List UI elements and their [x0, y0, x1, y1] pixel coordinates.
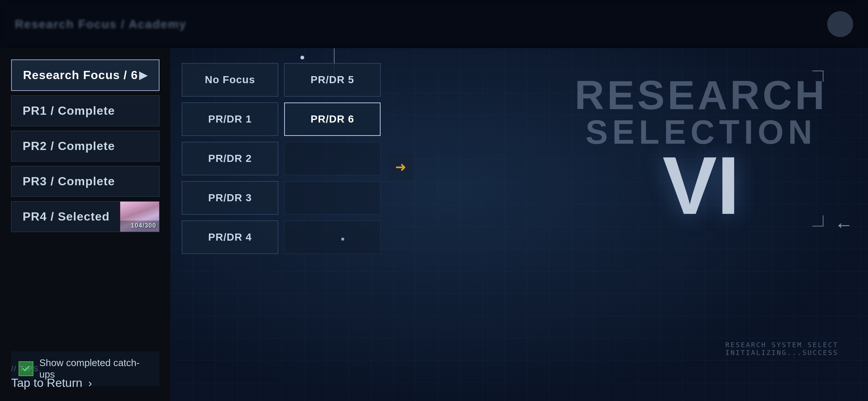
research-title-area: RESEARCH SELECTION VI [542, 56, 861, 241]
top-bar-title: Research Focus / Academy [15, 17, 187, 31]
select-prdr5[interactable]: PR/DR 5 [284, 63, 381, 97]
select-empty1 [284, 142, 381, 175]
menu-item-research-focus[interactable]: Research Focus / 6 ▶ [11, 59, 160, 91]
player-avatar [827, 11, 853, 37]
chevron-right-icon: ▶ [139, 69, 148, 81]
selection-grid: No Focus PR/DR 5 PR/DR 1 PR/DR 6 PR/DR 2 [182, 63, 381, 254]
top-bar: Research Focus / Academy [0, 0, 868, 48]
right-panel: No Focus PR/DR 5 PR/DR 1 PR/DR 6 PR/DR 2 [171, 48, 868, 401]
menu-item-pr3[interactable]: PR3 / Complete [11, 166, 160, 197]
corner-deco-br [812, 215, 823, 226]
menu-item-label: Research Focus / 6 [23, 68, 138, 82]
select-empty3 [284, 221, 381, 254]
menu-item-label: PR4 / Selected [23, 210, 110, 224]
menu-item-pr1[interactable]: PR1 / Complete [11, 95, 160, 126]
main-content: Research Focus / 6 ▶ PR1 / Complete PR2 … [0, 48, 868, 401]
character-thumbnail: 104/300 [120, 202, 159, 232]
menu-item-label: PR3 / Complete [23, 175, 115, 188]
system-text-line2: INITIALIZING...SUCCESS [726, 349, 838, 356]
menu-item-pr4[interactable]: PR4 / Selected 104/300 [11, 201, 160, 232]
dot-2 [300, 56, 304, 59]
navigate-arrow-button[interactable]: ➜ [388, 154, 414, 180]
select-prdr6[interactable]: PR/DR 6 [284, 102, 381, 136]
select-empty2 [284, 181, 381, 215]
system-text-line1: RESEARCH SYSTEM SELECT [726, 341, 838, 349]
menu-item-label: PR1 / Complete [23, 104, 115, 118]
progress-label: 104/300 [131, 222, 156, 229]
research-title-line1: RESEARCH [575, 75, 827, 115]
dot-bottom [341, 238, 344, 241]
arrow-icon: ➜ [395, 159, 406, 175]
menu-item-label: PR2 / Complete [23, 139, 115, 153]
nav-arrow-left-button[interactable]: ← [835, 214, 853, 235]
left-arrow-icon: ← [835, 214, 853, 235]
corner-deco-tr [812, 71, 823, 82]
select-prdr2[interactable]: PR/DR 2 [182, 142, 278, 175]
select-prdr1[interactable]: PR/DR 1 [182, 102, 278, 136]
left-panel: Research Focus / 6 ▶ PR1 / Complete PR2 … [0, 48, 171, 401]
select-prdr3[interactable]: PR/DR 3 [182, 181, 278, 215]
arrow-container: ➜ [386, 152, 415, 182]
select-prdr4[interactable]: PR/DR 4 [182, 221, 278, 254]
research-numeral: VI [662, 149, 740, 222]
top-bar-right [827, 11, 853, 37]
menu-item-pr2[interactable]: PR2 / Complete [11, 131, 160, 162]
select-no-focus[interactable]: No Focus [182, 63, 278, 97]
system-text: RESEARCH SYSTEM SELECT INITIALIZING...SU… [726, 341, 838, 356]
